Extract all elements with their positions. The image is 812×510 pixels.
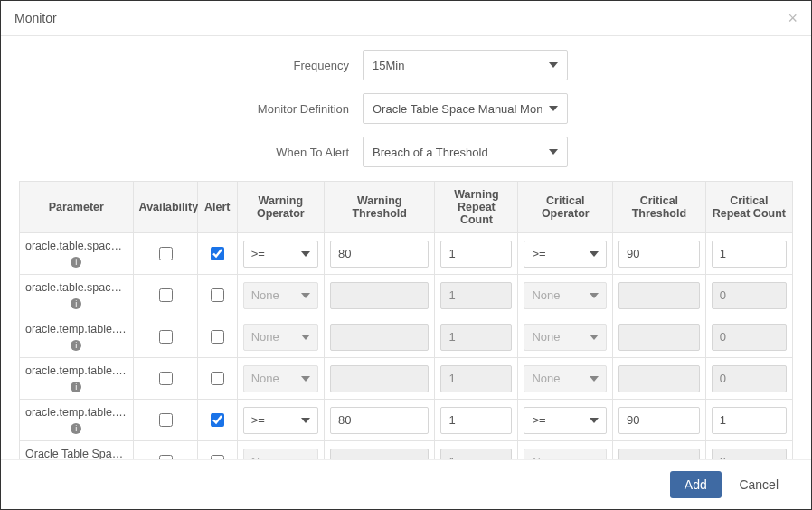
warning-threshold-input[interactable] <box>330 282 429 309</box>
info-icon[interactable]: i <box>71 298 81 309</box>
availability-checkbox[interactable] <box>159 413 173 427</box>
warning-threshold-input[interactable] <box>330 365 429 392</box>
table-row: oracle.table.space.u...iNoneNone <box>20 275 793 316</box>
warning-repeat-input[interactable] <box>440 365 512 392</box>
monitor-definition-row: Monitor Definition Oracle Table Space Ma… <box>19 93 793 124</box>
parameter-cell: Oracle Table Space F... i (MB) <box>20 441 134 460</box>
col-warning-operator: Warning Operator <box>237 182 324 233</box>
warning-threshold-input[interactable] <box>330 449 429 460</box>
warning-repeat-input[interactable] <box>440 449 512 460</box>
critical-repeat-input[interactable] <box>712 449 787 460</box>
parameter-cell: oracle.temp.table.sp...i <box>20 358 134 400</box>
col-availability: Availability <box>133 182 197 233</box>
when-to-alert-select[interactable]: Breach of a Threshold <box>363 137 568 167</box>
critical-threshold-input[interactable] <box>618 241 700 268</box>
table-row: oracle.temp.table.sp...iNoneNone <box>20 316 793 358</box>
col-alert: Alert <box>197 182 237 233</box>
critical-repeat-input[interactable] <box>712 282 787 309</box>
alert-checkbox[interactable] <box>211 247 224 260</box>
warning-operator-select[interactable]: None <box>243 449 318 460</box>
modal-title: Monitor <box>14 11 57 25</box>
critical-operator-select[interactable]: None <box>524 365 607 392</box>
add-button[interactable]: Add <box>670 471 722 498</box>
frequency-select[interactable]: 15Min <box>363 50 568 80</box>
warning-threshold-input[interactable] <box>330 241 429 268</box>
info-icon[interactable]: i <box>71 257 81 268</box>
monitor-definition-label: Monitor Definition <box>19 102 363 116</box>
alert-checkbox[interactable] <box>211 330 224 344</box>
critical-repeat-input[interactable] <box>712 407 787 434</box>
availability-checkbox[interactable] <box>159 247 173 260</box>
warning-operator-select[interactable]: >= <box>243 241 318 268</box>
parameter-cell: oracle.table.space.u...i <box>20 275 134 316</box>
warning-repeat-input[interactable] <box>440 324 512 351</box>
monitor-definition-select[interactable]: Oracle Table Space Manual Monitor <box>363 93 568 124</box>
warning-operator-select[interactable]: None <box>243 365 318 392</box>
frequency-label: Frequency <box>19 59 363 72</box>
col-parameter: Parameter <box>20 182 134 233</box>
alert-checkbox[interactable] <box>211 288 224 302</box>
availability-checkbox[interactable] <box>159 372 173 385</box>
close-icon[interactable]: × <box>788 10 798 26</box>
warning-repeat-input[interactable] <box>440 282 512 309</box>
critical-operator-select[interactable]: None <box>524 282 607 309</box>
monitor-modal: Monitor × Frequency 15Min Monitor Defini… <box>1 1 811 509</box>
modal-header: Monitor × <box>1 1 811 36</box>
critical-threshold-input[interactable] <box>618 324 700 351</box>
critical-operator-select[interactable]: None <box>524 449 607 460</box>
col-critical-threshold: Critical Threshold <box>613 182 706 233</box>
availability-checkbox[interactable] <box>159 288 173 302</box>
info-icon[interactable]: i <box>71 340 81 351</box>
availability-checkbox[interactable] <box>159 330 173 344</box>
warning-operator-select[interactable]: >= <box>243 407 318 434</box>
critical-operator-select[interactable]: >= <box>524 241 607 268</box>
frequency-row: Frequency 15Min <box>19 50 793 80</box>
when-to-alert-row: When To Alert Breach of a Threshold <box>19 137 793 167</box>
critical-operator-select[interactable]: >= <box>524 407 607 434</box>
info-icon[interactable]: i <box>71 423 81 434</box>
alert-checkbox[interactable] <box>211 413 224 427</box>
warning-threshold-input[interactable] <box>330 407 429 434</box>
col-critical-repeat-count: Critical Repeat Count <box>705 182 792 233</box>
warning-operator-select[interactable]: None <box>243 282 318 309</box>
table-row: oracle.temp.table.sp...i>=>= <box>20 400 793 441</box>
cancel-button[interactable]: Cancel <box>724 471 793 498</box>
when-to-alert-label: When To Alert <box>19 146 363 159</box>
critical-operator-select[interactable]: None <box>524 324 607 351</box>
col-warning-repeat-count: Warning Repeat Count <box>435 182 518 233</box>
critical-threshold-input[interactable] <box>618 282 700 309</box>
critical-repeat-input[interactable] <box>712 365 787 392</box>
parameters-table: Parameter Availability Alert Warning Ope… <box>19 181 793 459</box>
warning-operator-select[interactable]: None <box>243 324 318 351</box>
col-warning-threshold: Warning Threshold <box>324 182 434 233</box>
table-row: oracle.temp.table.sp...iNoneNone <box>20 358 793 400</box>
modal-footer: Add Cancel <box>1 459 811 509</box>
info-icon[interactable]: i <box>71 382 81 392</box>
critical-repeat-input[interactable] <box>712 241 787 268</box>
critical-threshold-input[interactable] <box>618 365 700 392</box>
parameter-cell: oracle.temp.table.sp...i <box>20 316 134 358</box>
modal-body[interactable]: Frequency 15Min Monitor Definition Oracl… <box>1 36 811 459</box>
critical-threshold-input[interactable] <box>618 449 700 460</box>
col-critical-operator: Critical Operator <box>518 182 613 233</box>
critical-threshold-input[interactable] <box>618 407 700 434</box>
warning-threshold-input[interactable] <box>330 324 429 351</box>
parameter-cell: oracle.table.space.u...i <box>20 233 134 275</box>
warning-repeat-input[interactable] <box>440 241 512 268</box>
critical-repeat-input[interactable] <box>712 324 787 351</box>
alert-checkbox[interactable] <box>211 372 224 385</box>
warning-repeat-input[interactable] <box>440 407 512 434</box>
table-row: Oracle Table Space F... i (MB)NoneNone <box>20 441 793 460</box>
parameter-cell: oracle.temp.table.sp...i <box>20 400 134 441</box>
table-row: oracle.table.space.u...i>=>= <box>20 233 793 275</box>
